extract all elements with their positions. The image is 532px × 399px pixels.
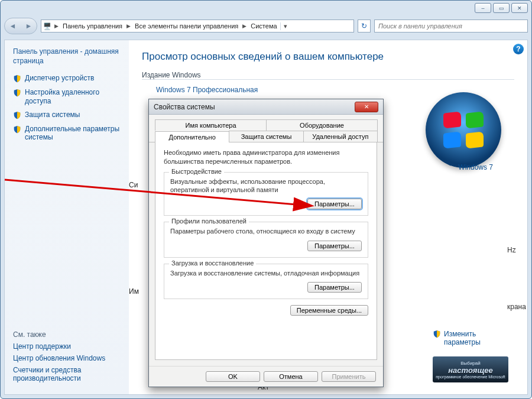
shield-icon xyxy=(13,89,21,97)
refresh-button[interactable]: ↻ xyxy=(358,20,371,33)
close-button[interactable]: ✕ xyxy=(511,3,528,13)
see-also-link[interactable]: Центр поддержки xyxy=(13,342,121,351)
environment-variables-button[interactable]: Переменные среды... xyxy=(290,305,368,316)
admin-rights-note: Необходимо иметь права администратора дл… xyxy=(164,148,368,166)
shield-icon xyxy=(13,74,21,83)
search-input[interactable] xyxy=(375,22,527,30)
tab-hardware[interactable]: Оборудование xyxy=(266,119,378,131)
tab-computer-name[interactable]: Имя компьютера xyxy=(155,119,267,131)
windows-flag-icon xyxy=(443,112,484,148)
control-panel-icon: 🖥️ xyxy=(41,22,53,30)
ok-button[interactable]: OK xyxy=(206,371,260,382)
change-settings-label: Изменить параметры xyxy=(444,330,504,346)
shield-icon xyxy=(13,125,21,134)
cancel-button[interactable]: Отмена xyxy=(264,371,318,382)
change-settings-link[interactable]: Изменить параметры xyxy=(433,330,504,346)
sidebar-link-label: Защита системы xyxy=(25,111,80,119)
sidebar-link-label: Диспетчер устройств xyxy=(25,74,94,82)
group-startup-recovery: Загрузка и восстановление Загрузка и вос… xyxy=(164,264,368,299)
sidebar-link-label: Настройка удаленного доступа xyxy=(25,88,121,105)
tab-remote[interactable]: Удаленный доступ xyxy=(303,131,378,142)
group-description: Загрузка и восстановление системы, отлад… xyxy=(170,269,362,277)
group-description: Визуальные эффекты, использование процес… xyxy=(170,177,362,194)
sidebar-link-label: Дополнительные параметры системы xyxy=(25,125,121,142)
see-also-link[interactable]: Счетчики и средства производительности xyxy=(13,366,121,382)
window-controls: – ▭ ✕ xyxy=(475,3,528,13)
badge-line: настоящее xyxy=(448,366,493,375)
group-description: Параметры рабочего стола, относящиеся ко… xyxy=(170,227,362,235)
system-properties-dialog: Свойства системы ✕ Имя компьютера Оборуд… xyxy=(148,99,384,387)
explorer-window: – ▭ ✕ ◄ ► 🖥️ ▶ Панель управления ▶ Все э… xyxy=(0,0,532,399)
see-also-header: См. также xyxy=(13,330,121,339)
address-bar: ◄ ► 🖥️ ▶ Панель управления ▶ Все элемент… xyxy=(1,16,531,36)
breadcrumb-seg[interactable]: Все элементы панели управления xyxy=(132,22,241,30)
group-legend: Загрузка и восстановление xyxy=(169,259,256,267)
dialog-footer: OK Отмена Применить xyxy=(149,366,383,387)
obscured-text: крана xyxy=(507,303,526,311)
sidebar-link-remote-settings[interactable]: Настройка удаленного доступа xyxy=(13,88,121,105)
section-windows-edition: Издание Windows xyxy=(142,71,514,80)
group-performance: Быстродействие Визуальные эффекты, испол… xyxy=(164,172,368,216)
search-box[interactable] xyxy=(374,20,528,33)
minimize-button[interactable]: – xyxy=(475,3,491,13)
forward-icon[interactable]: ► xyxy=(21,18,37,34)
performance-settings-button[interactable]: Параметры... xyxy=(307,199,362,209)
apply-button[interactable]: Применить xyxy=(322,371,376,382)
genuine-microsoft-badge[interactable]: Выбирай настоящее программное обеспечени… xyxy=(433,356,508,382)
dialog-title: Свойства системы xyxy=(154,103,215,111)
breadcrumb-seg[interactable]: Система xyxy=(248,22,280,30)
breadcrumb[interactable]: 🖥️ ▶ Панель управления ▶ Все элементы па… xyxy=(41,20,354,33)
chevron-right-icon[interactable]: ▶ xyxy=(241,23,248,29)
sidebar-link-device-manager[interactable]: Диспетчер устройств xyxy=(13,74,121,83)
nav-back-forward[interactable]: ◄ ► xyxy=(4,18,37,34)
obscured-text: Hz xyxy=(507,246,516,254)
tab-page-advanced: Необходимо иметь права администратора дл… xyxy=(155,142,377,360)
user-profiles-settings-button[interactable]: Параметры... xyxy=(307,241,362,251)
badge-line: Выбирай xyxy=(460,361,481,366)
startup-recovery-settings-button[interactable]: Параметры... xyxy=(307,282,362,293)
control-panel-home-link[interactable]: Панель управления - домашняя страница xyxy=(13,47,121,66)
sidebar-link-advanced-settings[interactable]: Дополнительные параметры системы xyxy=(13,125,121,142)
help-icon[interactable]: ? xyxy=(513,44,524,54)
see-also-link[interactable]: Центр обновления Windows xyxy=(13,354,121,362)
sidebar: Панель управления - домашняя страница Ди… xyxy=(5,40,129,394)
breadcrumb-dropdown[interactable]: ▾ xyxy=(280,22,291,30)
chevron-right-icon[interactable]: ▶ xyxy=(53,23,60,29)
badge-line: программное обеспечение Microsoft xyxy=(436,375,505,379)
dialog-close-button[interactable]: ✕ xyxy=(355,102,378,112)
chevron-right-icon[interactable]: ▶ xyxy=(125,23,132,29)
tab-system-protection[interactable]: Защита системы xyxy=(229,131,303,142)
see-also-section: См. также Центр поддержки Центр обновлен… xyxy=(13,330,121,386)
shield-icon xyxy=(433,330,441,340)
shield-icon xyxy=(13,111,21,119)
group-user-profiles: Профили пользователей Параметры рабочего… xyxy=(164,222,368,257)
dialog-titlebar[interactable]: Свойства системы ✕ xyxy=(149,99,383,115)
breadcrumb-seg[interactable]: Панель управления xyxy=(60,22,125,30)
group-legend: Быстродействие xyxy=(169,168,224,175)
tab-advanced[interactable]: Дополнительно xyxy=(155,131,229,142)
windows-logo xyxy=(426,92,501,168)
windows-7-brand-text: Windows 7 xyxy=(458,163,493,171)
sidebar-link-system-protection[interactable]: Защита системы xyxy=(13,111,121,119)
page-title: Просмотр основных сведений о вашем компь… xyxy=(142,51,514,63)
obscured-label: Си xyxy=(129,181,138,189)
maximize-button[interactable]: ▭ xyxy=(493,3,510,13)
group-legend: Профили пользователей xyxy=(169,218,249,225)
back-icon[interactable]: ◄ xyxy=(5,18,21,34)
obscured-label: Им xyxy=(129,287,139,296)
